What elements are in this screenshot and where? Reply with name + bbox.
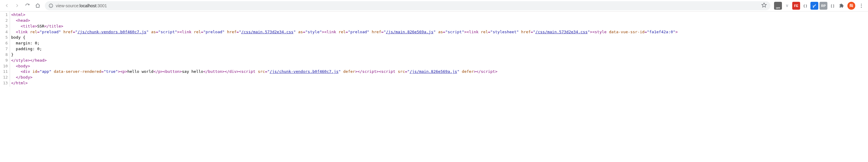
site-info-icon[interactable]: [49, 3, 53, 8]
home-button[interactable]: [33, 1, 42, 10]
line-number: 5: [3, 35, 8, 40]
source-line: <head>: [11, 18, 867, 24]
source-line: <link rel="preload" href="/js/chunk-vend…: [11, 29, 867, 35]
line-number: 6: [3, 40, 8, 46]
line-number: 9: [3, 58, 8, 64]
line-number: 7: [3, 46, 8, 52]
ext-vue[interactable]: V: [783, 2, 791, 10]
source-line: </style></head>: [11, 58, 867, 64]
source-line: padding: 0;: [11, 46, 867, 52]
line-number: 12: [3, 75, 8, 80]
source-line: <title>SSR</title>: [11, 24, 867, 29]
line-number: 1: [3, 12, 8, 18]
source-line: </html>: [11, 80, 867, 86]
svg-point-5: [861, 7, 862, 7]
line-number: 10: [3, 64, 8, 69]
source-line: margin: 0;: [11, 40, 867, 46]
ext-puzzle[interactable]: [838, 2, 845, 10]
svg-point-4: [861, 5, 862, 6]
line-number: 11: [3, 69, 8, 75]
extensions-row: OFFVFE{ }RP[ ]: [774, 2, 845, 10]
line-number: 13: [3, 80, 8, 86]
address-bar[interactable]: view-source:localhost:3001: [45, 1, 770, 10]
ext-blue[interactable]: [810, 2, 818, 10]
ext-hood[interactable]: OFF: [774, 2, 782, 10]
source-link[interactable]: /js/chunk-vendors.b0f460c7.js: [270, 69, 339, 74]
ext-grey[interactable]: RP: [819, 2, 827, 10]
source-line: <div id="app" data-server-rendered="true…: [11, 69, 867, 75]
source-line: <body>: [11, 64, 867, 69]
ext-bracket[interactable]: [ ]: [829, 2, 836, 10]
source-link[interactable]: /js/main.826e569a.js: [410, 69, 457, 74]
profile-avatar[interactable]: 灿: [847, 2, 855, 10]
line-number: 4: [3, 29, 8, 35]
ext-fe[interactable]: FE: [792, 2, 800, 10]
source-link[interactable]: /js/main.826e569a.js: [386, 30, 433, 34]
source-code[interactable]: <html> <head> <title>SSR</title> <link r…: [10, 11, 868, 87]
source-link[interactable]: /js/chunk-vendors.b0f460c7.js: [78, 30, 146, 34]
source-view: 12345678910111213 <html> <head> <title>S…: [0, 11, 868, 87]
source-line: }: [11, 52, 867, 58]
line-number-gutter: 12345678910111213: [0, 11, 10, 87]
ext-braces[interactable]: { }: [801, 2, 809, 10]
source-link[interactable]: /css/main.573d2e34.css: [535, 30, 588, 34]
forward-button[interactable]: [13, 1, 21, 10]
browser-toolbar: view-source:localhost:3001 OFFVFE{ }RP[ …: [0, 0, 868, 11]
line-number: 2: [3, 18, 8, 24]
reload-button[interactable]: [23, 1, 32, 10]
line-number: 8: [3, 52, 8, 58]
bookmark-star-icon[interactable]: [761, 2, 767, 9]
source-line: body {: [11, 35, 867, 40]
url-text: view-source:localhost:3001: [56, 3, 107, 8]
source-link[interactable]: /css/main.573d2e34.css: [241, 30, 293, 34]
svg-point-3: [861, 4, 862, 4]
line-number: 3: [3, 24, 8, 29]
source-line: <html>: [11, 12, 867, 18]
overflow-menu-icon[interactable]: [857, 1, 866, 10]
back-button[interactable]: [2, 1, 11, 10]
source-line: </body>: [11, 75, 867, 80]
